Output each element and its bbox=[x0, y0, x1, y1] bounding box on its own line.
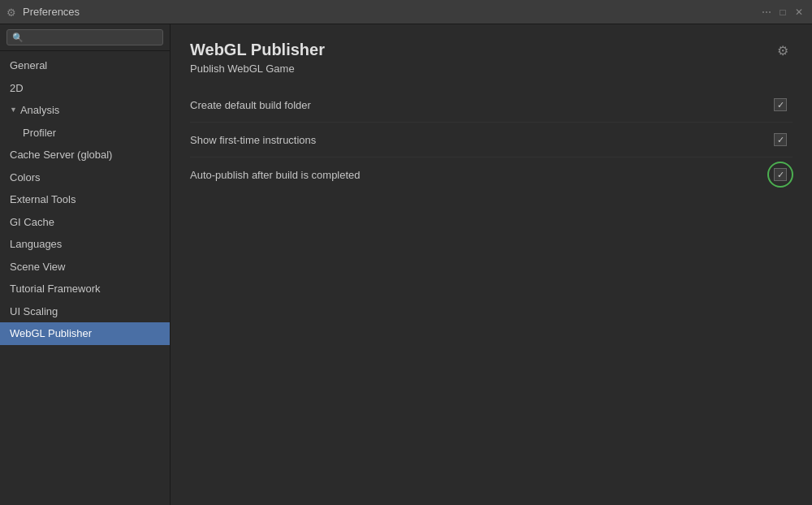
chevron-down-icon: ▼ bbox=[10, 105, 17, 116]
sidebar-item-external-tools[interactable]: External Tools bbox=[0, 188, 170, 211]
setting-label-first-time-instructions: Show first-time instructions bbox=[190, 134, 768, 146]
sidebar-item-webgl-publisher[interactable]: WebGL Publisher bbox=[0, 322, 170, 345]
window-title: Preferences bbox=[23, 6, 80, 18]
checkbox-first-time-instructions[interactable] bbox=[774, 133, 787, 146]
setting-label-default-build-folder: Create default build folder bbox=[190, 99, 768, 111]
close-button[interactable]: ✕ bbox=[793, 6, 806, 19]
sidebar-item-2d[interactable]: 2D bbox=[0, 77, 170, 100]
sidebar-item-scene-view[interactable]: Scene View bbox=[0, 256, 170, 278]
content-area: WebGL Publisher Publish WebGL Game ⚙ Cre… bbox=[171, 24, 812, 505]
content-header: WebGL Publisher Publish WebGL Game ⚙ bbox=[190, 41, 793, 75]
search-bar: 🔍 bbox=[0, 24, 170, 51]
search-wrapper: 🔍 bbox=[6, 29, 163, 45]
sidebar-item-languages[interactable]: Languages bbox=[0, 233, 170, 256]
sidebar-item-ui-scaling[interactable]: UI Scaling bbox=[0, 300, 170, 323]
checkbox-default-build-folder[interactable] bbox=[774, 98, 787, 111]
sidebar-item-tutorial-framework[interactable]: Tutorial Framework bbox=[0, 278, 170, 300]
setting-label-auto-publish: Auto-publish after build is completed bbox=[190, 169, 768, 181]
main-layout: 🔍 General 2D ▼ Analysis Profiler Cache S… bbox=[0, 24, 812, 505]
content-titles: WebGL Publisher Publish WebGL Game bbox=[190, 41, 325, 75]
maximize-button[interactable]: □ bbox=[776, 6, 789, 19]
menu-button[interactable]: ⋯ bbox=[760, 6, 773, 19]
checkbox-auto-publish[interactable] bbox=[774, 168, 787, 181]
checkbox-auto-publish-wrapper bbox=[774, 168, 787, 181]
setting-control-default-build-folder bbox=[768, 93, 793, 117]
sidebar-item-cache-server[interactable]: Cache Server (global) bbox=[0, 144, 170, 166]
search-input[interactable] bbox=[27, 32, 158, 43]
nav-list: General 2D ▼ Analysis Profiler Cache Ser… bbox=[0, 51, 170, 348]
content-title: WebGL Publisher bbox=[190, 41, 325, 59]
preferences-icon: ⚙ bbox=[6, 6, 18, 18]
settings-table: Create default build folder Show first-t… bbox=[190, 88, 793, 192]
gear-button[interactable]: ⚙ bbox=[773, 41, 793, 60]
setting-row-default-build-folder: Create default build folder bbox=[190, 88, 793, 123]
title-bar: ⚙ Preferences ⋯ □ ✕ bbox=[0, 0, 812, 24]
sidebar-item-general[interactable]: General bbox=[0, 54, 170, 77]
sidebar-item-profiler[interactable]: Profiler bbox=[0, 122, 170, 145]
search-icon: 🔍 bbox=[12, 32, 24, 43]
sidebar-item-analysis[interactable]: ▼ Analysis bbox=[0, 99, 170, 122]
title-bar-left: ⚙ Preferences bbox=[6, 6, 80, 18]
title-bar-controls: ⋯ □ ✕ bbox=[760, 6, 806, 19]
setting-row-first-time-instructions: Show first-time instructions bbox=[190, 123, 793, 158]
sidebar: 🔍 General 2D ▼ Analysis Profiler Cache S… bbox=[0, 24, 171, 505]
setting-control-auto-publish bbox=[768, 162, 793, 187]
content-subtitle: Publish WebGL Game bbox=[190, 63, 325, 75]
sidebar-item-colors[interactable]: Colors bbox=[0, 166, 170, 189]
setting-control-first-time-instructions bbox=[768, 127, 793, 152]
sidebar-item-gi-cache[interactable]: GI Cache bbox=[0, 211, 170, 234]
setting-row-auto-publish: Auto-publish after build is completed bbox=[190, 158, 793, 192]
